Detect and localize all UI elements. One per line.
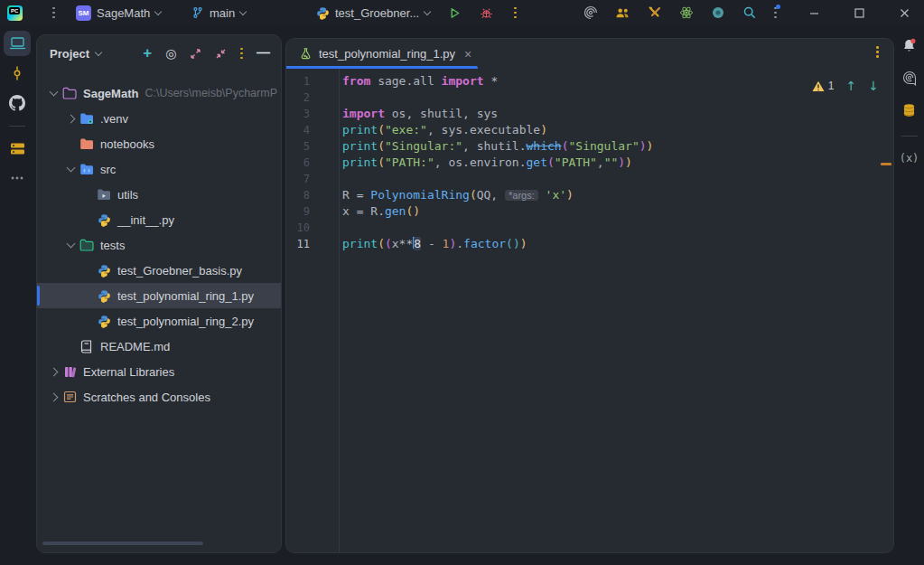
services-tool-button[interactable] bbox=[4, 136, 31, 161]
code-token: ( bbox=[378, 237, 385, 250]
tests-folder-icon bbox=[79, 239, 95, 251]
code-line-3[interactable]: 3import os, shutil, sys bbox=[286, 106, 893, 122]
tree-item-scratches-and-consoles[interactable]: Scratches and Consoles bbox=[37, 384, 281, 410]
project-tool-button[interactable] bbox=[4, 31, 31, 56]
database-button[interactable] bbox=[896, 98, 923, 123]
tree-item-test-polynomial-ring-1-py[interactable]: test_polynomial_ring_1.py bbox=[37, 283, 281, 308]
tree-item-label: README.md bbox=[100, 340, 170, 353]
code-line-10[interactable]: 10 bbox=[286, 220, 893, 236]
prev-problem-icon[interactable]: ↑ bbox=[846, 79, 857, 93]
code-line-8[interactable]: 8R = PolynomialRing(QQ, *args: 'x') bbox=[286, 187, 893, 203]
chevron-right-icon[interactable] bbox=[50, 367, 59, 376]
python-file-icon bbox=[96, 264, 112, 278]
chevron-right-icon[interactable] bbox=[67, 114, 76, 123]
project-widget[interactable]: SM SageMath bbox=[76, 0, 161, 25]
line-number: 2 bbox=[288, 89, 310, 106]
commit-tool-button[interactable] bbox=[4, 61, 31, 86]
more-icon bbox=[11, 176, 23, 180]
atom-icon[interactable] bbox=[679, 5, 694, 20]
main-menu-icon[interactable] bbox=[52, 0, 55, 25]
code-token: ) bbox=[513, 237, 520, 250]
locate-file-button[interactable]: ◎ bbox=[165, 47, 176, 60]
notebooks-folder-icon bbox=[79, 137, 95, 150]
record-icon[interactable] bbox=[711, 5, 725, 20]
code-token: ) bbox=[413, 204, 420, 218]
code-line-6[interactable]: 6print("PATH:", os.environ.get("PATH",""… bbox=[286, 155, 893, 171]
tree-item-readme-md[interactable]: README.md bbox=[37, 334, 281, 359]
next-problem-icon[interactable]: ↓ bbox=[868, 79, 879, 93]
code-token: R = bbox=[342, 188, 370, 202]
run-button[interactable] bbox=[448, 0, 462, 25]
project-title[interactable]: Project bbox=[50, 47, 89, 61]
collapse-all-button[interactable] bbox=[215, 48, 227, 60]
tree-item-sagemath[interactable]: SageMathC:\Users\meisb\PycharmP bbox=[37, 80, 281, 106]
code-line-1[interactable]: 1from sage.all import * bbox=[286, 73, 893, 89]
code-token: QQ, bbox=[477, 188, 505, 202]
code-line-4[interactable]: 4print("exe:", sys.executable) bbox=[286, 122, 893, 138]
run-more-icon[interactable] bbox=[514, 0, 517, 25]
tree-item-test-polynomial-ring-2-py[interactable]: test_polynomial_ring_2.py bbox=[37, 308, 281, 334]
more-tools-button[interactable] bbox=[4, 165, 31, 191]
right-tool-strip: (x) bbox=[894, 25, 924, 565]
vcs-branch-widget[interactable]: main bbox=[191, 0, 246, 25]
hide-tool-window-button[interactable]: — bbox=[257, 45, 270, 59]
chevron-down-icon[interactable] bbox=[67, 164, 76, 173]
python-file-icon bbox=[96, 315, 112, 328]
users-icon[interactable] bbox=[615, 6, 630, 20]
tree-item-tests[interactable]: tests bbox=[37, 232, 281, 258]
scrollbar-warning-mark[interactable] bbox=[881, 163, 891, 165]
code-area[interactable]: 1from sage.all import *23import os, shut… bbox=[286, 69, 893, 552]
code-line-11[interactable]: 11print((x**8 - 1).factor()) bbox=[286, 236, 893, 252]
notifications-button[interactable] bbox=[896, 33, 923, 58]
src-folder-icon bbox=[79, 163, 95, 175]
tree-item-utils[interactable]: utils bbox=[37, 182, 281, 207]
ai-spiral-icon[interactable] bbox=[583, 5, 598, 20]
code-line-9[interactable]: 9x = R.gen() bbox=[286, 203, 893, 220]
editor-options-icon[interactable] bbox=[876, 46, 879, 58]
pycharm-logo-icon[interactable]: PC bbox=[7, 0, 23, 25]
code-line-5[interactable]: 5print("Singular:", shutil.which("Singul… bbox=[286, 138, 893, 155]
code-token: . bbox=[456, 237, 463, 250]
expand-all-button[interactable] bbox=[190, 48, 201, 60]
github-tool-button[interactable] bbox=[4, 90, 31, 116]
code-token: ) bbox=[618, 155, 625, 169]
tree-item--venv[interactable]: .venv bbox=[37, 106, 281, 131]
search-icon[interactable] bbox=[742, 5, 757, 20]
chevron-down-icon[interactable] bbox=[67, 240, 76, 249]
add-button[interactable]: + bbox=[143, 45, 152, 61]
ai-assistant-button[interactable] bbox=[896, 65, 923, 90]
endpoints-button[interactable]: (x) bbox=[896, 146, 923, 171]
utils-folder-icon bbox=[96, 188, 112, 201]
tab-close-icon[interactable]: × bbox=[464, 47, 471, 61]
editor-tab-bar: test_polynomial_ring_1.py × bbox=[286, 39, 893, 69]
close-button[interactable] bbox=[884, 0, 924, 25]
code-token: factor bbox=[463, 237, 506, 250]
horizontal-scrollbar[interactable] bbox=[42, 541, 203, 545]
maximize-button[interactable] bbox=[839, 0, 879, 25]
inspection-widget[interactable]: 1 ↑ ↓ bbox=[812, 79, 879, 93]
code-token: "exe:" bbox=[385, 123, 427, 137]
minimize-button[interactable] bbox=[794, 0, 834, 25]
play-icon bbox=[448, 6, 462, 20]
chevron-right-icon[interactable] bbox=[50, 392, 59, 401]
tree-item-test-groebner-basis-py[interactable]: test_Groebner_basis.py bbox=[37, 258, 281, 283]
gutter-separator bbox=[339, 69, 340, 552]
code-token: "Singular" bbox=[568, 139, 639, 153]
debug-button[interactable] bbox=[480, 0, 493, 25]
project-options-icon[interactable] bbox=[240, 48, 243, 60]
code-line-2[interactable]: 2 bbox=[286, 89, 893, 106]
settings-menu-icon[interactable] bbox=[774, 7, 777, 19]
chevron-down-icon[interactable] bbox=[50, 88, 59, 97]
tools-icon[interactable] bbox=[648, 5, 662, 20]
tab-test-polynomial-ring-1[interactable]: test_polynomial_ring_1.py × bbox=[286, 39, 482, 69]
code-line-7[interactable]: 7 bbox=[286, 171, 893, 187]
tree-item-src[interactable]: src bbox=[37, 156, 281, 182]
run-config-widget[interactable]: test_Groebner... bbox=[316, 0, 430, 25]
tree-item-notebooks[interactable]: notebooks bbox=[37, 131, 281, 156]
line-number: 1 bbox=[288, 73, 310, 89]
tree-item-external-libraries[interactable]: External Libraries bbox=[37, 359, 281, 384]
code-token: 'x' bbox=[546, 188, 566, 202]
laptop-icon bbox=[9, 36, 26, 51]
line-number: 5 bbox=[288, 138, 310, 155]
tree-item--init-py[interactable]: __init__.py bbox=[37, 207, 281, 232]
